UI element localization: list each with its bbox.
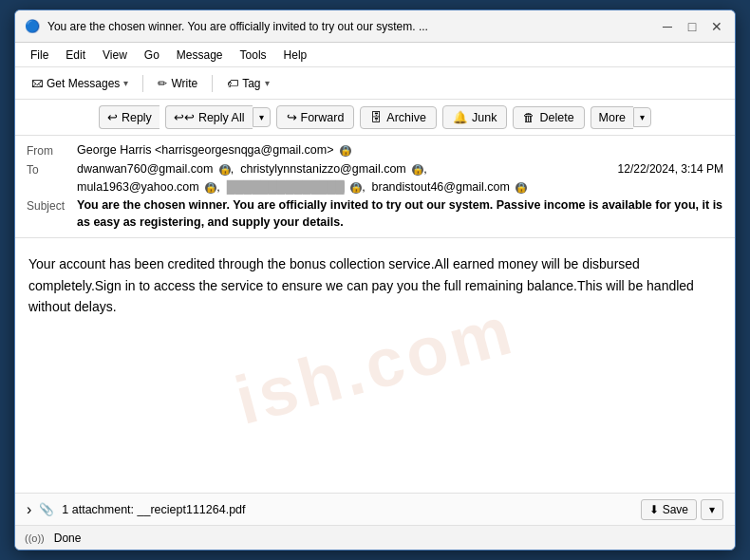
write-icon: ✏ (158, 77, 167, 90)
more-label: More (599, 111, 626, 124)
save-button[interactable]: ⬇ Save (641, 499, 697, 520)
reply-all-label: Reply All (198, 111, 245, 124)
app-icon: 🔵 (25, 19, 40, 34)
from-name: George Harris (77, 143, 152, 157)
envelope-icon: 🖂 (31, 77, 43, 90)
reply-split-button: ↩ Reply (99, 105, 159, 129)
main-toolbar: 🖂 Get Messages ▾ ✏ Write 🏷 Tag ▾ (15, 67, 735, 100)
toolbar-sep-1 (142, 75, 143, 92)
tag-icon: 🏷 (227, 77, 238, 90)
lock-3[interactable]: 🔒 (205, 182, 216, 194)
statusbar: ((o)) Done (15, 525, 735, 550)
reply-all-dropdown[interactable]: ▾ (253, 107, 271, 127)
tag-arrow[interactable]: ▾ (265, 78, 270, 88)
titlebar: 🔵 You are the chosen winner. You are off… (15, 10, 735, 43)
toolbar-sep-2 (212, 75, 213, 92)
from-email: <harrisgeorgesnqga@gmail.com> (155, 143, 333, 157)
lock-4[interactable]: 🔒 (350, 182, 362, 194)
close-button[interactable]: ✕ (708, 18, 725, 35)
email-body: ish.com Your account has been credited t… (15, 238, 735, 493)
attachment-save: ⬇ Save ▾ (641, 499, 723, 520)
forward-label: Forward (301, 111, 345, 124)
email-date: 12/22/2024, 3:14 PM (618, 160, 723, 178)
to-line1: dwanwan760@gmail.com 🔒, christylynnstani… (77, 162, 427, 176)
more-split-button: More ▾ (591, 106, 651, 129)
junk-button[interactable]: 🔔 Junk (442, 105, 507, 129)
delete-label: Delete (539, 111, 573, 124)
window-title: You are the chosen winner. You are offic… (47, 20, 659, 33)
save-label: Save (663, 503, 688, 516)
menu-file[interactable]: File (23, 47, 56, 64)
get-messages-label: Get Messages (47, 77, 120, 90)
reply-label: Reply (122, 111, 152, 124)
email-content: Your account has been credited through t… (28, 253, 722, 317)
download-icon: ⬇ (649, 503, 659, 516)
from-label: From (27, 141, 69, 160)
to-label: To (27, 160, 69, 179)
lock-1[interactable]: 🔒 (219, 164, 231, 176)
reply-all-button[interactable]: ↩↩ Reply All (165, 105, 253, 129)
maximize-button[interactable]: □ (684, 18, 701, 35)
subject-label: Subject (27, 196, 69, 215)
more-dropdown[interactable]: ▾ (633, 107, 651, 127)
menu-help[interactable]: Help (276, 47, 315, 64)
archive-label: Archive (386, 111, 426, 124)
menu-view[interactable]: View (95, 47, 135, 64)
delete-icon: 🗑 (523, 111, 535, 124)
from-value: George Harris <harrisgeorgesnqga@gmail.c… (77, 141, 723, 159)
email-headers: From George Harris <harrisgeorgesnqga@gm… (15, 136, 735, 238)
clip-icon: 📎 (39, 502, 54, 516)
write-button[interactable]: ✏ Write (149, 73, 206, 94)
to-line2: mula1963@yahoo.com 🔒, ██████████████ 🔒, … (77, 180, 527, 194)
expand-icon[interactable]: › (27, 501, 31, 518)
forward-button[interactable]: ↪ Forward (276, 105, 355, 129)
more-button[interactable]: More (591, 106, 633, 129)
email-body-text: Your account has been credited through t… (28, 253, 722, 317)
reply-all-split-button: ↩↩ Reply All ▾ (165, 105, 271, 129)
to-row: To dwanwan760@gmail.com 🔒, christylynnst… (27, 160, 723, 196)
menu-message[interactable]: Message (169, 47, 231, 64)
attachment-count: 1 attachment: __reciept111264.pdf (62, 503, 245, 516)
write-label: Write (171, 77, 197, 90)
from-lock-icon[interactable]: 🔒 (340, 145, 351, 157)
to-addresses: dwanwan760@gmail.com 🔒, christylynnstani… (77, 160, 610, 196)
menubar: File Edit View Go Message Tools Help (15, 43, 735, 67)
save-dropdown[interactable]: ▾ (701, 499, 723, 520)
forward-icon: ↪ (287, 110, 297, 124)
email-window: 🔵 You are the chosen winner. You are off… (14, 9, 736, 551)
from-row: From George Harris <harrisgeorgesnqga@gm… (27, 141, 723, 160)
attachment-info: › 📎 1 attachment: __reciept111264.pdf (27, 501, 246, 518)
get-messages-button[interactable]: 🖂 Get Messages ▾ (23, 73, 137, 94)
menu-tools[interactable]: Tools (233, 47, 274, 64)
action-bar: ↩ Reply ↩↩ Reply All ▾ ↪ Forward 🗄 Archi… (15, 100, 735, 136)
junk-icon: 🔔 (453, 110, 468, 124)
reply-icon: ↩ (107, 110, 118, 124)
tag-button[interactable]: 🏷 Tag ▾ (218, 73, 277, 94)
lock-5[interactable]: 🔒 (516, 182, 527, 194)
lock-2[interactable]: 🔒 (412, 164, 423, 176)
status-text: Done (54, 532, 82, 545)
get-messages-arrow[interactable]: ▾ (123, 78, 128, 88)
window-controls: ─ □ ✕ (659, 18, 725, 35)
archive-icon: 🗄 (370, 111, 383, 124)
reply-all-icon: ↩↩ (174, 110, 195, 124)
tag-label: Tag (242, 77, 260, 90)
subject-value: You are the chosen winner. You are offic… (77, 196, 723, 233)
reply-button[interactable]: ↩ Reply (99, 105, 159, 129)
attachment-bar: › 📎 1 attachment: __reciept111264.pdf ⬇ … (15, 493, 735, 525)
delete-button[interactable]: 🗑 Delete (513, 106, 584, 129)
menu-edit[interactable]: Edit (58, 47, 93, 64)
menu-go[interactable]: Go (137, 47, 167, 64)
signal-icon: ((o)) (25, 532, 45, 544)
archive-button[interactable]: 🗄 Archive (360, 106, 437, 129)
minimize-button[interactable]: ─ (659, 18, 676, 35)
junk-label: Junk (472, 111, 497, 124)
subject-row: Subject You are the chosen winner. You a… (27, 196, 723, 233)
